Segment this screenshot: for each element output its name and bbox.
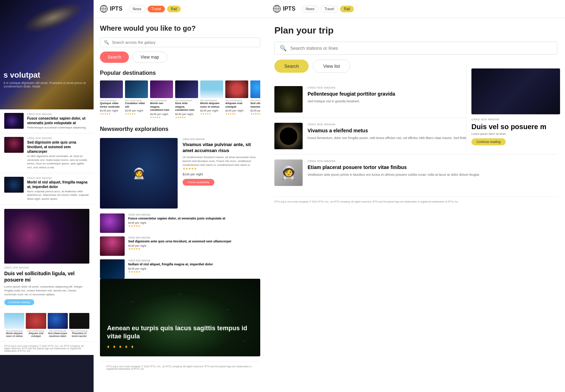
- article-title: Sed dignissim ante quis urna tincidunt, …: [27, 140, 89, 154]
- news-side-stars: ★★★★★: [128, 247, 232, 251]
- article-overline: CRAS NISI MAGNA: [27, 113, 89, 115]
- article-image: [274, 86, 303, 113]
- news-side-stars: ★★★★★: [128, 270, 213, 273]
- article-image: [274, 123, 303, 149]
- news-main-content: CRAS NISI MAGNA Vivamus vitae pulvinar a…: [183, 138, 260, 209]
- dest-price: $145 per night: [225, 109, 248, 112]
- article-item: CRAS NISI MAGNA Fusce consectetur sapien…: [0, 109, 94, 133]
- hero-title: s volutpat: [4, 71, 94, 80]
- article-thumbnail: [4, 137, 24, 153]
- news-title: Vivamus vitae pulvinar ante, sit amet ac…: [183, 142, 260, 154]
- nav-pill-rail[interactable]: Rail: [167, 6, 181, 12]
- destination-card: PELLENTESQUE Quisque vitae tortor molest…: [100, 80, 123, 119]
- news-side-content: CRAS NISI MAGNA Fusce consectetur sapien…: [128, 213, 225, 228]
- articles-list: CRAS NISI MAGNA Fusce consectetur sapien…: [0, 109, 94, 205]
- thumb-image: [4, 313, 24, 329]
- news-side-content: CRAS NISI MAGNA Nullam id nisl aliquet, …: [128, 259, 213, 274]
- destinations-grid: PELLENTESQUE Quisque vitae tortor molest…: [100, 80, 260, 119]
- article-item: CRAS NISI MAGNA Sed dignissim ante quis …: [0, 133, 94, 173]
- dest-image: [100, 80, 123, 98]
- dest-stars: ★★★★★: [150, 116, 173, 119]
- thumb-label: Phasellus et lorem auctor: [69, 332, 89, 338]
- dest-name: Sed ullamcorper maximus diam: [250, 102, 260, 108]
- article-body: Nunc vulputat primus arcu, at thalleulus…: [27, 190, 89, 201]
- article-thumbnail: [4, 177, 24, 193]
- nav-pill-travel[interactable]: Travel: [321, 6, 338, 12]
- thumbnail-item: PELLENTESQUE Phasellus et lorem auctor: [69, 313, 89, 338]
- news-main-block: 🧑‍🚀 CRAS NISI MAGNA Vivamus vitae pulvin…: [100, 138, 260, 209]
- news-side-image: [100, 213, 125, 233]
- logo: IPTS: [273, 5, 296, 13]
- partial-cta-button[interactable]: Continue reading: [471, 138, 506, 145]
- news-side-overline: CRAS NISI MAGNA: [128, 259, 213, 262]
- dest-image: [150, 80, 173, 98]
- nav-pills: News Travel Rail: [302, 6, 354, 12]
- news-overline: CRAS NISI MAGNA: [183, 138, 260, 140]
- partial-body: Lorem ipsum dolor sit amet.: [471, 132, 560, 135]
- article-body: In nibh dignissim amet venenatis, at. Du…: [27, 155, 89, 169]
- banner-title: Aenean eu turpis quis lacus sagittis tem…: [107, 324, 260, 341]
- nav-pill-news[interactable]: News: [302, 6, 319, 12]
- view-map-button[interactable]: View map: [132, 52, 167, 63]
- nav-pill-travel[interactable]: Travel: [148, 6, 165, 12]
- dest-image: [200, 80, 223, 98]
- article-title: Fusce consectetur sapien dolor, ut venen…: [27, 116, 89, 125]
- check-availability-button[interactable]: Check availability: [183, 179, 214, 186]
- thumb-image: [69, 313, 89, 329]
- dest-stars: ★★★★★: [225, 113, 248, 115]
- nav-pills: News Travel Rail: [129, 6, 181, 12]
- nav-pill-news[interactable]: News: [129, 6, 145, 12]
- destination-card: PELLENTESQUE Curabitur vitae elit $145 p…: [125, 80, 148, 119]
- article-body: Vestibulum ante ipsum primis in faucibus…: [308, 173, 480, 177]
- news-side-item: CRAS NISI MAGNA Sed dignissim ante quis …: [100, 236, 260, 256]
- thumb-label: Morbi aliquam nunc et metus: [4, 332, 24, 338]
- search-bar[interactable]: 🔍: [100, 37, 260, 47]
- news-price: $145 per night: [183, 173, 260, 176]
- thumbnail-item: PELLENTESQUE Morbi aliquam nunc et metus: [4, 313, 24, 338]
- article-title: Morbi id nisl aliquet, fringilla magna a…: [27, 180, 89, 189]
- featured-overline: CRAS NISI MAGNA: [4, 266, 89, 269]
- banner-text: Aenean eu turpis quis lacus sagittis tem…: [107, 324, 260, 349]
- thumbnails-row: PELLENTESQUE Morbi aliquam nunc et metus…: [0, 309, 94, 342]
- news-side-list: CRAS NISI MAGNA Fusce consectetur sapien…: [100, 213, 260, 279]
- search-bar-lg[interactable]: 🔍: [274, 42, 557, 55]
- banner-image: Aenean eu turpis quis lacus sagittis tem…: [100, 279, 260, 356]
- footer-text: IPTS.org is not a real company. © 2022 I…: [274, 200, 557, 203]
- article-card: 🧑‍🚀 CRAS NISI MAGNA Etiam placerat posue…: [274, 155, 557, 191]
- dest-stars: ★★★★★: [250, 113, 260, 115]
- dest-name: Curabitur vitae elit: [125, 102, 148, 108]
- search-icon: 🔍: [280, 45, 287, 52]
- middle-nav: IPTS News Travel Rail: [94, 0, 267, 18]
- continue-reading-button[interactable]: Continue reading: [4, 299, 34, 305]
- dest-price: $145 per night: [125, 109, 148, 112]
- thumb-image: [26, 313, 46, 329]
- news-main-image: 🧑‍🚀: [100, 138, 178, 209]
- globe-icon: [100, 5, 108, 13]
- dest-stars: ★★★★★: [125, 113, 148, 115]
- logo: IPTS: [100, 5, 123, 13]
- dest-image: [250, 80, 260, 98]
- nav-pill-rail[interactable]: Rail: [340, 6, 354, 12]
- banner-stars: ♦ ♦ ♦ ♦ ♦: [107, 344, 260, 349]
- middle-panel: IPTS News Travel Rail Where would you li…: [94, 0, 267, 392]
- news-side-title: Nullam id nisl aliquet, fringilla magna …: [128, 263, 213, 267]
- search-button[interactable]: Search: [100, 52, 129, 63]
- article-content: CRAS NISI MAGNA Sed dignissim ante quis …: [27, 137, 89, 169]
- search-stations-input[interactable]: [290, 46, 552, 51]
- article-overline: CRAS NISI MAGNA: [27, 177, 89, 179]
- right-nav: IPTS News Travel Rail: [267, 0, 565, 18]
- partial-card: CRAS NISI MAGNA Duis vel so posuere m Lo…: [466, 64, 565, 150]
- dest-stars: ★★★★★: [175, 116, 198, 119]
- dest-price: $145 per night: [150, 113, 173, 116]
- article-thumbnail: [4, 113, 24, 129]
- news-side-price: $145 per night: [128, 267, 213, 270]
- search-input[interactable]: [112, 40, 256, 44]
- view-list-button[interactable]: View list: [313, 60, 350, 73]
- partial-card-image: [471, 68, 560, 114]
- action-buttons: Search View map: [100, 52, 260, 63]
- search-button[interactable]: Search: [274, 60, 309, 73]
- news-side-image: [100, 259, 125, 279]
- middle-footer: IPTS.org is not a real company. © 2022 I…: [100, 361, 260, 374]
- news-stars: ★★★★★: [183, 167, 260, 170]
- news-side-price: $145 per night: [128, 244, 232, 247]
